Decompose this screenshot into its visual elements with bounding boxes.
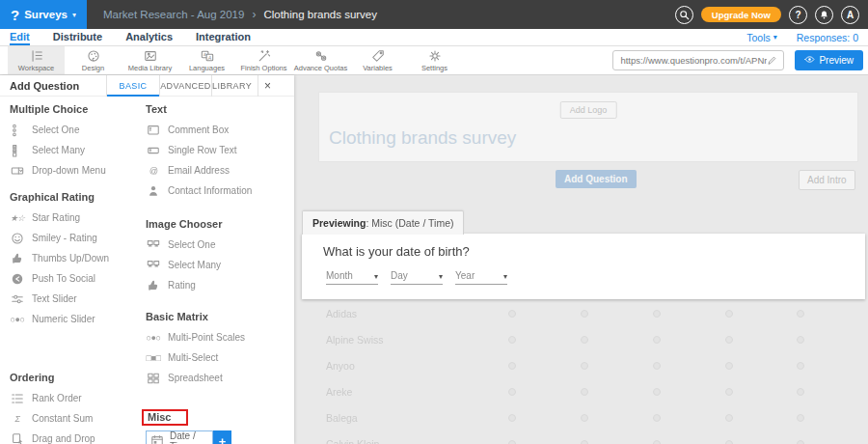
toolbar-tab-label: Languages [189,64,225,72]
tools-menu[interactable]: Tools▾ [746,32,777,43]
nav-tab[interactable]: Analytics [125,29,173,45]
survey-title[interactable]: Clothing brands survey [329,127,516,149]
toolbar-tab[interactable]: Media Library [122,46,178,74]
radio-option[interactable] [653,362,661,370]
radio-option[interactable] [797,310,804,318]
upgrade-now-button[interactable]: Upgrade Now [701,7,781,22]
breadcrumb-folder[interactable]: Market Research - Aug 2019 [103,9,244,20]
radio-option[interactable] [725,310,733,318]
nav-tab[interactable]: Distribute [53,29,102,45]
question-type-item[interactable]: Thumbs Up/Down [10,248,140,268]
nav-tab[interactable]: Edit [10,29,30,45]
matrix-row: Areke [294,379,868,405]
day-select[interactable]: Day▾ [391,270,443,285]
edit-url-icon[interactable] [767,52,783,69]
nav-tab[interactable]: Integration [196,29,251,45]
radio-option[interactable] [581,310,588,318]
question-type-item[interactable]: Rank Order [10,388,140,408]
question-type-icon [146,258,161,273]
question-type-item[interactable]: Select Many [146,255,294,275]
toolbar-tab[interactable]: Design [65,46,122,74]
question-type-item[interactable]: ○●○Multi-Point Scales [146,327,294,347]
radio-option[interactable] [508,414,516,422]
radio-option[interactable] [653,310,661,318]
product-label: Surveys [24,9,68,20]
question-type-icon [146,123,161,138]
close-panel-button[interactable]: × [258,75,277,97]
question-type-item[interactable]: ΣConstant Sum [10,408,140,429]
account-avatar[interactable]: A [841,6,859,24]
question-type-item[interactable]: Push To Social [10,268,140,289]
add-logo-button[interactable]: Add Logo [560,101,617,119]
question-type-icon [10,271,25,287]
radio-option[interactable] [725,362,733,370]
radio-option[interactable] [797,440,804,444]
radio-option[interactable] [581,440,588,444]
radio-option[interactable] [653,414,661,422]
radio-option[interactable] [581,414,588,422]
radio-option[interactable] [725,414,733,422]
survey-url-field[interactable]: https://www.questionpro.com/t/APNrfZ [612,50,784,70]
radio-option[interactable] [653,388,661,396]
toolbar-tab[interactable]: Advance Quotas [292,46,349,74]
question-type-item[interactable]: Contact Information [146,180,294,201]
year-select[interactable]: Year▾ [455,270,507,285]
question-type-item[interactable]: Smiley - Rating [10,228,140,248]
toolbar-tab[interactable]: aA Languages [178,46,235,74]
radio-option[interactable] [797,414,804,422]
question-type-item[interactable]: Drop-down Menu [10,160,140,180]
panel-tab[interactable]: BASIC [106,75,159,97]
radio-option[interactable] [508,440,516,444]
question-type-item[interactable]: Comment Box [146,120,294,140]
responses-link[interactable]: Responses: 0 [797,32,858,43]
radio-option[interactable] [725,388,733,396]
radio-option[interactable] [797,362,804,370]
radio-option[interactable] [581,388,588,396]
toolbar-tab[interactable]: Finish Options [235,46,292,74]
question-type-item[interactable]: ★☆Star Rating [10,208,140,228]
radio-option[interactable] [653,440,661,444]
question-type-item[interactable]: ○●○Numeric Slider [10,309,140,329]
radio-option[interactable] [725,440,733,444]
question-type-item[interactable]: @Email Address [146,160,294,180]
question-type-item[interactable]: Select One [10,120,140,140]
question-type-item[interactable]: Single Row Text [146,140,294,160]
product-switcher[interactable]: ? Surveys ▾ [0,0,87,29]
add-question-button[interactable]: Add Question [556,170,637,188]
radio-option[interactable] [508,336,516,344]
question-type-item[interactable]: Select Many [10,140,140,160]
question-type-item[interactable]: □■□Multi-Select [146,347,294,368]
panel-tab[interactable]: LIBRARY [211,75,252,97]
radio-option[interactable] [797,388,804,396]
toolbar-tab[interactable]: Variables [349,46,406,74]
toolbar-tab[interactable]: Settings [406,46,463,74]
question-type-item[interactable]: Text Slider [10,289,140,309]
notifications-button[interactable] [815,6,833,24]
add-intro-button[interactable]: Add Intro [799,170,855,190]
radio-option[interactable] [508,388,516,396]
panel-title: Add Question [10,75,79,97]
radio-option[interactable] [508,310,516,318]
group-header: Multiple Choice [10,101,140,118]
search-button[interactable] [675,6,693,24]
month-select[interactable]: Month▾ [326,270,378,285]
add-date-time-button[interactable]: + [213,430,231,444]
question-type-item[interactable]: Drag and Drop [10,429,140,444]
question-type-item[interactable]: Rating [146,275,294,295]
question-type-item-date-time[interactable]: Date / Time [146,430,213,444]
radio-option[interactable] [653,336,661,344]
preview-button[interactable]: Preview [795,50,863,70]
question-type-item[interactable]: Select One [146,235,294,255]
radio-option[interactable] [581,336,588,344]
toolbar-tab[interactable]: Workspace [8,46,65,74]
help-button[interactable]: ? [789,6,807,24]
misc-header-highlighted: Misc [142,409,188,426]
radio-option[interactable] [725,336,733,344]
breadcrumb-survey-name[interactable]: Clothing brands survey [263,9,377,20]
group-header: Image Chooser [146,216,294,233]
radio-option[interactable] [508,362,516,370]
panel-tab[interactable]: ADVANCED [159,75,211,97]
radio-option[interactable] [797,336,804,344]
radio-option[interactable] [581,362,588,370]
question-type-item[interactable]: Spreadsheet [146,368,294,388]
